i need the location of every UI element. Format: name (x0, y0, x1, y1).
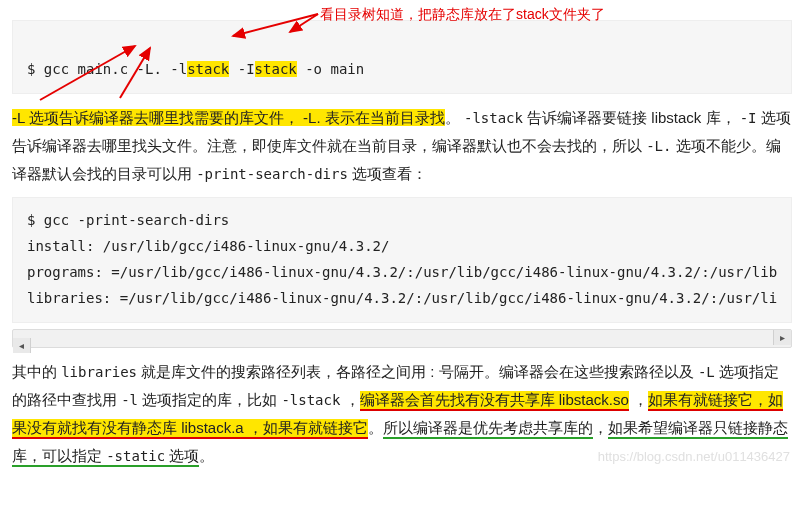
inline-code: -l (121, 392, 138, 408)
annotation-text: 看目录树知道，把静态库放在了stack文件夹了 (320, 2, 605, 28)
code-text: $ gcc main.c -L. -l (27, 61, 187, 77)
scroll-right-button[interactable]: ▸ (773, 330, 791, 345)
inline-code: libraries (61, 364, 137, 380)
inline-code: -L. (646, 138, 671, 154)
underline-shared-priority: 所以编译器是优先考虑共享库的 (383, 419, 593, 439)
code-highlight-stack1: stack (187, 61, 229, 77)
code-text: -o main (297, 61, 364, 77)
highlight-shared-lib: 编译器会首先找有没有共享库 libstack.so (360, 391, 629, 411)
paragraph-explain-options: -L 选项告诉编译器去哪里找需要的库文件， -L. 表示在当前目录找。 -lst… (0, 104, 804, 188)
horizontal-scrollbar[interactable]: ◂ ▸ (12, 329, 792, 348)
code-highlight-stack2: stack (255, 61, 297, 77)
inline-code: -static (106, 448, 165, 464)
code-block-compile: $ gcc main.c -L. -lstack -Istack -o main (12, 20, 792, 94)
highlight-L-option: -L 选项告诉编译器去哪里找需要的库文件， -L. 表示在当前目录找 (12, 109, 445, 126)
code-block-search-dirs: $ gcc -print-search-dirs install: /usr/l… (12, 197, 792, 323)
paragraph-libraries-explain: 其中的 libraries 就是库文件的搜索路径列表，各路径之间用 : 号隔开。… (0, 358, 804, 469)
inline-code: -print-search-dirs (196, 166, 348, 182)
inline-code: -I (740, 110, 757, 126)
code-text: -I (229, 61, 254, 77)
scroll-left-button[interactable]: ◂ (13, 338, 31, 353)
inline-code: -L (698, 364, 715, 380)
inline-code: -lstack (464, 110, 523, 126)
inline-code: -lstack (281, 392, 340, 408)
